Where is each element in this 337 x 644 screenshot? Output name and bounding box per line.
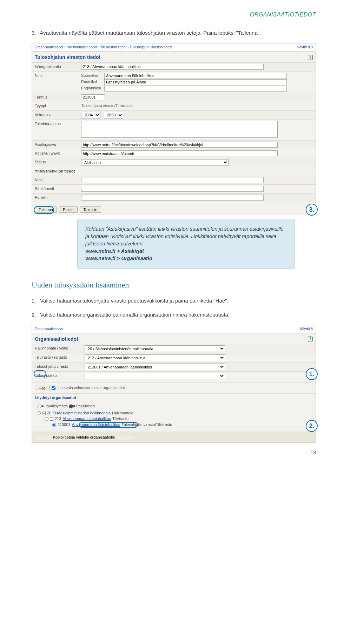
org-tree: 🕗= Hyväksymättä ⬤= Passiivinen − 26 Sisä… (32, 401, 316, 432)
select-tilivirasto[interactable]: 213 / Ahvenanmaan lääninhallitus (85, 354, 225, 361)
input-nimi-en[interactable] (104, 86, 287, 91)
breadcrumb-2-text: Organisaatiotiedot (35, 327, 63, 332)
step2-1: 1. Valitse haluamasi tulosohjattu virast… (32, 297, 316, 305)
info-link-1: www.netra.fi > Asiakirjat (85, 248, 144, 254)
step2-2: 2. Valitse haluamasi organisaatio painam… (32, 311, 316, 319)
hae-button[interactable]: Hae (35, 385, 49, 391)
help-icon-2[interactable]: ? (308, 337, 313, 341)
select-voimassa-to[interactable]: 2050 (104, 112, 123, 118)
legend: 🕗= Hyväksymättä ⬤= Passiivinen (37, 404, 313, 409)
info-box: Kohtaan "Asiakirjasivu" lisätään linkki … (77, 219, 295, 269)
page-number: 13 (32, 449, 316, 456)
label-toiminta: Toiminta-ajatus (32, 120, 81, 128)
tree-radio-2[interactable] (45, 417, 48, 421)
tree-suffix-2: Tilivirasto (112, 416, 128, 422)
step2-2-text: Valitse haluamasi organisaatio painamall… (40, 312, 230, 318)
label-sahkoposti: Sähköposti (32, 185, 81, 193)
breadcrumb-text: Organisaatiotiedot › Hallinnonalan tiedo… (35, 45, 172, 50)
tree-link-3[interactable]: Ahvenanmaan lääninhallitus (72, 422, 120, 428)
label-tulosyksikko: Tulosyksikkö (32, 372, 85, 380)
form-title: Tulosohjatun viraston tiedot (35, 54, 100, 61)
tree-code-1: 26 (47, 411, 51, 416)
step2-1-text: Valitse haluamasi tulosohjattu virasto p… (40, 298, 229, 304)
label-status: Status (32, 158, 81, 167)
intro-step-num: 3. (32, 29, 39, 37)
input-yhteys-nimi[interactable] (81, 177, 264, 183)
label-puhelin: Puhelin (32, 194, 81, 202)
step2-2-num: 2. (32, 311, 39, 319)
label-yhteys: Yhteyshenkilön tiedot (32, 167, 81, 176)
input-nimi-sv[interactable] (104, 79, 287, 85)
label-tyyppi: Tyyppi (32, 102, 81, 110)
breadcrumb-2: Organisaatiotiedot Näyttö 8 (32, 325, 316, 334)
intro-step-text: Avautuvalta näytöltä pääset muuttamaan t… (40, 30, 261, 36)
collapse-icon[interactable]: − (50, 417, 53, 421)
voimassa-checkbox[interactable] (52, 386, 55, 390)
label-hallinnonala: Hallinnonala / valtio (32, 344, 85, 353)
tree-link-2[interactable]: Ahvenanmaan lääninhallitus (62, 416, 111, 422)
found-header: Löydetyt organisaatiot (32, 393, 316, 401)
collapse-icon[interactable]: − (42, 412, 46, 415)
tree-code-3: 213001 (58, 422, 71, 428)
kopioi-button[interactable]: Kopioi tietoja valitulle organisaatiolle (35, 434, 133, 440)
poista-button[interactable]: Poista (59, 206, 78, 213)
help-icon[interactable]: ? (308, 55, 313, 60)
value-tyyppi: Tulosohjattu virasto/Tilivirasto (81, 103, 132, 108)
label-yhteys-nimi: Nimi (32, 176, 81, 184)
screen-id: Näyttö 8.3 (297, 45, 313, 50)
tree-link-1[interactable]: Sisäasiainministeriön hallinnonala (53, 411, 111, 416)
breadcrumb: Organisaatiotiedot › Hallinnonalan tiedo… (32, 43, 316, 52)
tallenna-button[interactable]: Tallenna (35, 206, 57, 213)
label-ruotsiksi: Ruotsiksi (81, 79, 102, 85)
label-kotisivu: Kotisivu (www) (32, 149, 81, 158)
screen-id-2: Näyttö 8 (300, 327, 313, 332)
label-tunnus: Tunnus (32, 93, 81, 102)
select-hallinnonala[interactable]: 26 / Sisäasiainministeriön hallinnonala (85, 345, 225, 352)
label-suomeksi: Suomeksi (81, 73, 102, 79)
label-englanniksi: Englanniksi (81, 86, 102, 91)
intro-step: 3. Avautuvalta näytöltä pääset muuttamaa… (32, 29, 316, 37)
select-status[interactable]: Aktiivinen (81, 159, 229, 166)
textarea-toiminta[interactable] (81, 121, 278, 138)
tree-suffix-1: Hallinnonala (112, 411, 133, 416)
screenshot-1: Organisaatiotiedot › Hallinnonalan tiedo… (32, 43, 316, 215)
info-p1: Kohtaan "Asiakirjasivu" lisätään linkki … (85, 226, 284, 246)
input-nimi-fi[interactable] (104, 73, 287, 79)
form-title-2: Organisaatiotiedot (35, 335, 78, 343)
step2-1-num: 1. (32, 297, 39, 305)
input-asiakirjasivu[interactable] (81, 142, 278, 148)
label-voimassa: Voimassa (32, 111, 81, 119)
input-kotisivu[interactable] (81, 150, 278, 156)
label-nimi: Nimi (32, 72, 81, 80)
tree-code-2: 213 (55, 416, 61, 422)
select-voimassa-from[interactable]: 2004 (81, 112, 100, 118)
section-header: ORGANISAATIOTIEDOT (32, 11, 316, 19)
select-tulosyksikko[interactable] (85, 373, 225, 379)
screenshot-2: Organisaatiotiedot Näyttö 8 Organisaatio… (32, 325, 316, 443)
info-link-2: www.netra.fi > Organisaatio (85, 256, 152, 261)
label-isaorganisaatio: Isäorganisaatio (32, 63, 81, 71)
label-tulosohjattu: Tulosohjattu virasto (32, 362, 85, 371)
input-isaorganisaatio[interactable] (81, 64, 264, 70)
voimassa-checkbox-label: Hae vain voimassa olevat organisaatiot (58, 385, 125, 391)
section-heading: Uuden tulosyksikön lisääminen (32, 279, 316, 291)
dash: - (101, 113, 104, 117)
input-tunnus[interactable] (81, 94, 105, 100)
label-tilivirasto: Tilivirasto / rahasto (32, 353, 85, 362)
input-sahkoposti[interactable] (81, 186, 264, 192)
select-tulosohjattu[interactable]: 213001 / Ahvenanmaan lääninhallitus (85, 364, 225, 370)
tree-radio-3[interactable] (52, 423, 56, 427)
tree-radio-1[interactable] (37, 411, 41, 415)
takaisin-button[interactable]: Takaisin (80, 206, 101, 213)
input-puhelin[interactable] (81, 195, 264, 201)
label-asiakirjasivu: Asiakirjasivu (32, 141, 81, 149)
tree-suffix-3: Tulosohjattu virasto/Tilivirasto (121, 422, 172, 428)
